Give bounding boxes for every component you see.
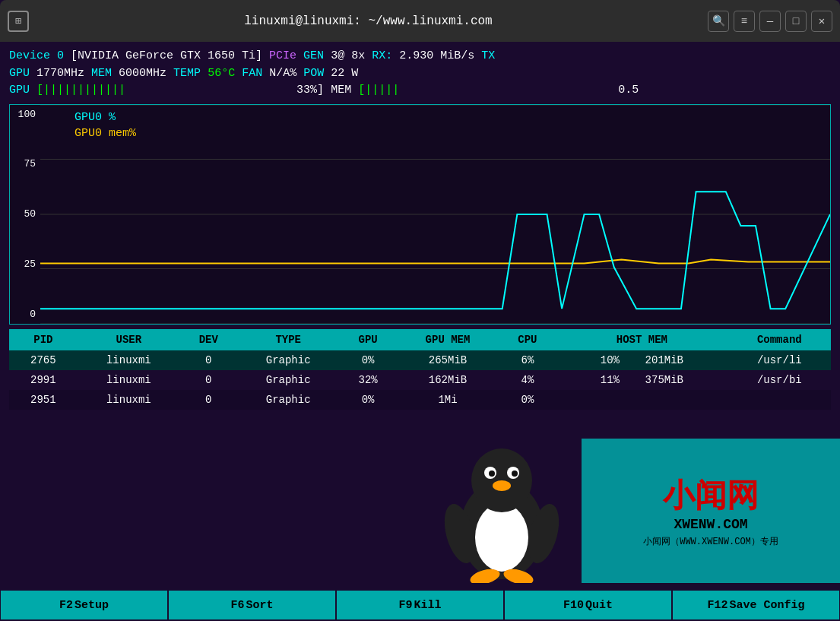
gpu-mhz: 1770MHz — [36, 67, 91, 80]
title-bar-controls: 🔍 ≡ — □ ✕ — [708, 11, 832, 32]
cell-dev: 0 — [180, 390, 237, 410]
cell-pid: 2991 — [9, 370, 78, 390]
y-label-25: 25 — [11, 258, 39, 270]
fn-f10-label: Quit — [585, 599, 613, 612]
mem-val: 0.5 — [618, 84, 639, 97]
svg-point-6 — [475, 503, 528, 572]
process-table: PID USER DEV TYPE GPU GPU MEM CPU HOST M… — [9, 329, 831, 410]
cell-host-mem: 11% 375MiB — [556, 370, 727, 390]
cell-type: Graphic — [237, 370, 340, 390]
fn-f9[interactable]: F9 Kill — [337, 591, 503, 619]
fn-f9-label: Kill — [414, 599, 442, 612]
info-line-3: GPU [|||||||||||| 33%] MEM [||||| 0.5 — [9, 82, 831, 100]
y-label-100: 100 — [11, 109, 39, 120]
info-line-2: GPU 1770MHz MEM 6000MHz TEMP 56°C FAN N/… — [9, 65, 831, 83]
cell-host-mem — [556, 390, 727, 410]
search-button[interactable]: 🔍 — [708, 11, 729, 32]
col-command: Command — [728, 329, 831, 350]
cell-host-mem: 10% 201MiB — [556, 350, 727, 370]
table-row: 2951 linuxmi 0 Graphic 0% 1Mi 0% — [9, 390, 831, 410]
table-row: 2765 linuxmi 0 Graphic 0% 265MiB 6% 10% … — [9, 350, 831, 370]
col-gpu: GPU — [340, 329, 397, 350]
gen-value: 3@ 8x — [331, 49, 372, 62]
pcie-label: PCIe — [269, 49, 296, 62]
cell-cpu: 4% — [499, 370, 556, 390]
cell-dev: 0 — [180, 370, 237, 390]
menu-button[interactable]: ≡ — [734, 11, 755, 32]
gpu-pct: 33%] — [296, 84, 324, 97]
pow-label: POW — [303, 67, 324, 80]
function-keys-bar: F2 Setup F6 Sort F9 Kill F10 Quit F12 Sa… — [0, 589, 840, 621]
minimize-button[interactable]: — — [759, 11, 781, 32]
fan-label: FAN — [242, 67, 262, 80]
cell-gpu-mem: 265MiB — [396, 350, 499, 370]
fn-f2-label: Setup — [74, 599, 109, 612]
fn-f9-num: F9 — [398, 599, 412, 612]
cell-user: linuxmi — [78, 350, 180, 370]
rx-value: 2.930 MiB/s — [399, 49, 481, 62]
chart-inner: GPU0 % GPU0 mem% — [40, 105, 830, 324]
fn-f10-num: F10 — [563, 599, 584, 612]
fn-f2[interactable]: F2 Setup — [1, 591, 167, 619]
svg-point-12 — [493, 480, 511, 491]
col-type: TYPE — [237, 329, 340, 350]
mem-bar: [||||| — [358, 84, 611, 97]
process-table-container: PID USER DEV TYPE GPU GPU MEM CPU HOST M… — [9, 329, 831, 410]
window-title: linuxmi@linuxmi: ~/www.linuxmi.com — [244, 14, 492, 28]
chart-y-axis: 100 75 50 25 0 — [10, 105, 40, 324]
gen-label: GEN — [303, 49, 324, 62]
device-name: [NVIDIA GeForce GTX 1650 Ti] — [71, 49, 269, 62]
pow-value: 22 W — [331, 67, 358, 80]
cell-dev: 0 — [180, 350, 237, 370]
temp-value: 56°C — [208, 67, 235, 80]
cell-type: Graphic — [237, 350, 340, 370]
maximize-button[interactable]: □ — [785, 11, 807, 32]
cell-command: /usr/li — [728, 350, 831, 370]
mem-mhz: 6000MHz — [119, 67, 173, 80]
cell-gpu-mem: 162MiB — [396, 370, 499, 390]
legend-gpu0: GPU0 % — [74, 111, 136, 124]
fn-f12-num: F12 — [707, 599, 727, 612]
cell-user: linuxmi — [78, 390, 180, 410]
col-host-mem: HOST MEM — [556, 329, 727, 350]
col-pid: PID — [9, 329, 78, 350]
cell-pid: 2951 — [9, 390, 78, 410]
info-line-1: Device 0 [NVIDIA GeForce GTX 1650 Ti] PC… — [9, 48, 831, 65]
legend-gpu0-mem: GPU0 mem% — [74, 127, 136, 140]
terminal-icon: ⊞ — [8, 11, 29, 32]
y-label-50: 50 — [11, 208, 39, 220]
y-label-0: 0 — [11, 309, 39, 320]
table-header-row: PID USER DEV TYPE GPU GPU MEM CPU HOST M… — [9, 329, 831, 350]
watermark-sub2: 小闻网（WWW.XWENW.COM）专用 — [643, 535, 778, 548]
title-bar: ⊞ linuxmi@linuxmi: ~/www.linuxmi.com 🔍 ≡… — [0, 0, 840, 42]
fn-f2-num: F2 — [59, 599, 73, 612]
fn-f12-label: Save Config — [729, 599, 804, 612]
device-label: Device 0 — [9, 49, 64, 62]
cell-gpu: 0% — [340, 390, 397, 410]
col-cpu: CPU — [499, 329, 556, 350]
table-row: 2991 linuxmi 0 Graphic 32% 162MiB 4% 11%… — [9, 370, 831, 390]
cell-command — [728, 390, 831, 410]
fn-f10[interactable]: F10 Quit — [505, 591, 671, 619]
cell-cpu: 0% — [499, 390, 556, 410]
cell-gpu: 0% — [340, 350, 397, 370]
gpu-bar: [|||||||||||| — [36, 84, 290, 97]
col-gpu-mem: GPU MEM — [396, 329, 499, 350]
mem-label: MEM — [91, 67, 112, 80]
gpu-chart: 100 75 50 25 0 GPU0 % GPU0 mem% — [9, 104, 831, 325]
close-button[interactable]: ✕ — [811, 11, 832, 32]
tux-icon — [433, 439, 570, 583]
fn-f6-label: Sort — [246, 599, 274, 612]
fn-f6[interactable]: F6 Sort — [169, 591, 335, 619]
gpu-bar-label: GPU — [9, 84, 30, 97]
col-user: USER — [78, 329, 180, 350]
cell-pid: 2765 — [9, 350, 78, 370]
cell-command: /usr/bi — [728, 370, 831, 390]
gpu-label: GPU — [9, 67, 30, 80]
chart-legend: GPU0 % GPU0 mem% — [74, 111, 136, 140]
watermark-overlay: 小闻网 XWENW.COM 小闻网（WWW.XWENW.COM）专用 — [582, 439, 840, 583]
fn-f12[interactable]: F12 Save Config — [673, 591, 839, 619]
cell-type: Graphic — [237, 390, 340, 410]
col-dev: DEV — [180, 329, 237, 350]
svg-point-11 — [512, 471, 518, 477]
